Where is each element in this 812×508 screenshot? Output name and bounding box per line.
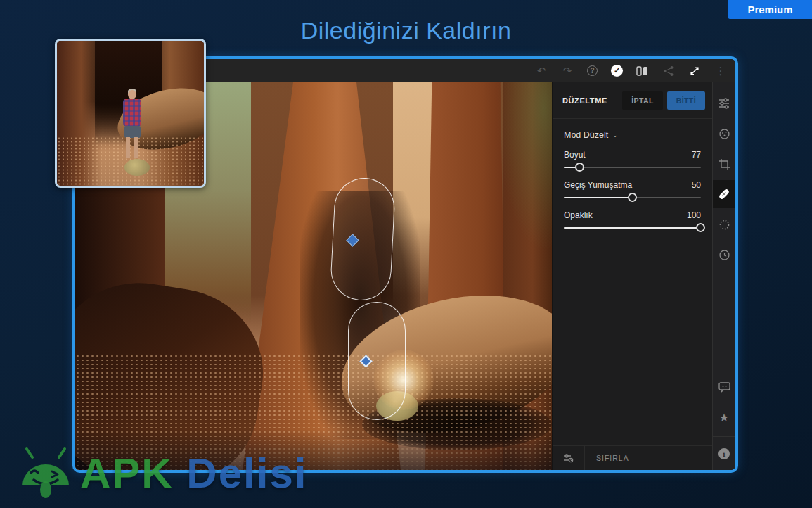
feather-slider-thumb[interactable] (628, 193, 637, 202)
mode-selector[interactable]: Mod Düzelt ⌄ (564, 130, 701, 140)
healing-bandaid-icon[interactable] (713, 180, 736, 208)
size-slider-track[interactable] (564, 167, 701, 168)
watermark: APK Delisi (15, 443, 409, 508)
mode-label: Mod Düzelt (564, 130, 608, 140)
tool-strip: ★ i (712, 82, 735, 470)
opacity-slider-label: Opaklık (564, 210, 593, 220)
panel-header: DÜZELTME İPTAL BİTTİ (553, 82, 712, 119)
help-icon[interactable]: ? (587, 65, 598, 76)
confirm-check-icon[interactable]: ✓ (611, 65, 623, 77)
feather-slider-label: Geçiş Yumuşatma (564, 180, 632, 190)
opacity-slider-thumb[interactable] (696, 223, 705, 232)
before-thumbnail[interactable] (55, 39, 206, 188)
adjust-sliders-icon[interactable] (713, 89, 736, 118)
comment-bubble-icon[interactable] (713, 373, 736, 401)
feather-slider-row: Geçiş Yumuşatma 50 (564, 180, 701, 198)
info-icon[interactable]: i (713, 440, 736, 468)
overflow-menu-icon[interactable]: ⋮ (714, 65, 727, 77)
selective-sphere-icon[interactable] (713, 120, 736, 148)
premium-badge[interactable]: Premium (728, 0, 812, 19)
size-slider-label: Boyut (564, 150, 586, 160)
panel-controls: Mod Düzelt ⌄ Boyut 77 (553, 119, 712, 445)
chevron-down-icon: ⌄ (612, 132, 618, 139)
share-icon[interactable] (662, 65, 675, 77)
healing-panel: DÜZELTME İPTAL BİTTİ Mod Düzelt ⌄ Boyut … (552, 82, 712, 470)
size-slider-value: 77 (692, 150, 701, 160)
noise-brush-icon[interactable] (713, 210, 736, 239)
compare-before-after-icon[interactable] (636, 65, 649, 77)
expand-fullscreen-icon[interactable] (688, 65, 701, 77)
crop-rotate-icon[interactable] (713, 150, 736, 178)
heal-selection-outline-2[interactable] (348, 302, 406, 420)
panel-title: DÜZELTME (562, 96, 622, 105)
opacity-slider-value: 100 (687, 210, 701, 220)
size-slider-row: Boyut 77 (564, 150, 701, 168)
feather-slider-value: 50 (692, 180, 701, 190)
opacity-slider-row: Opaklık 100 (564, 210, 701, 229)
size-slider-thumb[interactable] (575, 163, 584, 172)
watermark-text: APK Delisi (80, 449, 307, 497)
local-adjust-settings-icon[interactable] (553, 446, 585, 470)
opacity-slider-track[interactable] (564, 227, 701, 229)
page-background: Dilediğinizi Kaldırın Premium ↶ ↷ ? ✓ ⋮ (0, 0, 812, 508)
android-robot-icon (15, 445, 76, 505)
heal-selection-outline-1[interactable] (330, 177, 397, 302)
redo-icon[interactable]: ↷ (561, 65, 574, 77)
history-clock-icon[interactable] (713, 241, 736, 269)
reset-button[interactable]: SIFIRLA (585, 454, 629, 462)
feather-slider-track[interactable] (564, 197, 701, 198)
done-button[interactable]: BİTTİ (667, 91, 705, 110)
photo-moss-corner (497, 82, 552, 251)
cancel-button[interactable]: İPTAL (622, 91, 663, 110)
person-figure (119, 90, 147, 174)
panel-bottom-bar: SIFIRLA (553, 445, 712, 470)
undo-icon[interactable]: ↶ (535, 65, 548, 77)
star-rating-icon[interactable]: ★ (713, 403, 736, 431)
strip-divider (713, 436, 736, 437)
